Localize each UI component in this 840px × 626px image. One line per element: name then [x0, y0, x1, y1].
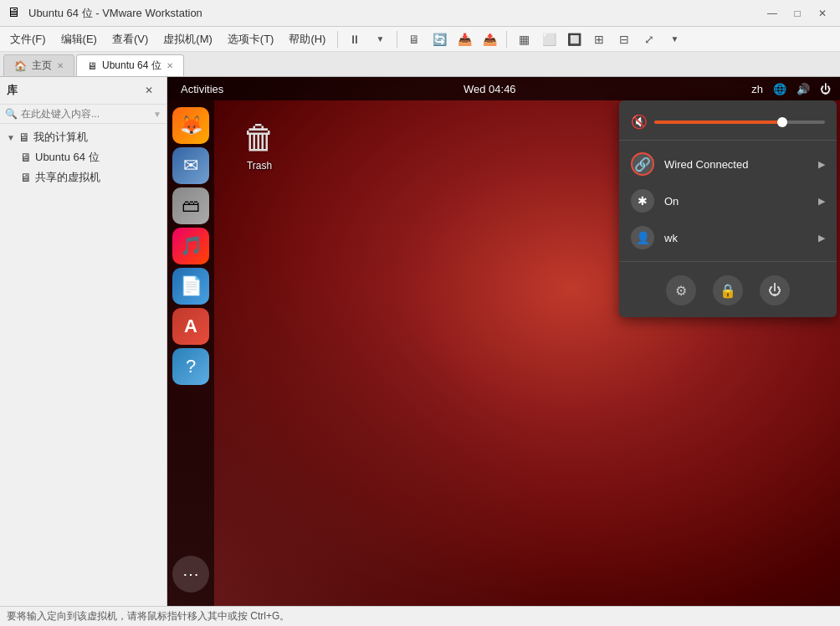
- menu-view[interactable]: 查看(V): [105, 28, 155, 50]
- ubuntu-clock: Wed 04:46: [230, 83, 749, 95]
- dock-software[interactable]: A: [172, 308, 209, 345]
- maximize-button[interactable]: □: [786, 5, 808, 22]
- sidebar-header: 库 ✕: [0, 77, 166, 105]
- sidebar-title: 库: [7, 83, 18, 98]
- volume-fill: [654, 121, 782, 124]
- volume-thumb: [777, 117, 787, 127]
- menu-vm[interactable]: 虚拟机(M): [156, 28, 219, 50]
- apps-grid-icon: ⋯: [182, 564, 199, 584]
- pause-button[interactable]: ⏸: [343, 29, 366, 49]
- wired-arrow-icon: ▶: [818, 159, 825, 170]
- wired-connection-item[interactable]: 🔗 Wired Connected ▶: [619, 146, 837, 182]
- tabsbar: 🏠 主页 ✕ 🖥 Ubuntu 64 位 ✕: [0, 52, 840, 77]
- bluetooth-icon: ✱: [631, 189, 654, 213]
- desktop-trash[interactable]: 🗑 Trash: [243, 119, 276, 172]
- tab-ubuntu[interactable]: 🖥 Ubuntu 64 位 ✕: [76, 54, 184, 76]
- writer-icon: 📄: [180, 275, 202, 297]
- help-icon: ?: [186, 356, 196, 377]
- menu-separator1: [619, 140, 837, 141]
- ubuntu-topbar: Activities Wed 04:46 zh 🌐 🔊 ⏻: [167, 77, 840, 100]
- toolbar-btn4[interactable]: 📤: [478, 29, 501, 49]
- tree-label-shared: 共享的虚拟机: [35, 170, 100, 185]
- toolbar-view2[interactable]: ⬜: [537, 29, 561, 49]
- settings-button[interactable]: ⚙: [666, 275, 696, 305]
- toolbar-btn3[interactable]: 📥: [453, 29, 476, 49]
- titlebar: 🖥 Ubuntu 64 位 - VMware Workstation — □ ✕: [0, 0, 840, 27]
- sidebar-close-button[interactable]: ✕: [138, 82, 160, 99]
- app-icon: 🖥: [7, 5, 23, 22]
- wired-label: Wired Connected: [664, 158, 808, 171]
- menu-edit[interactable]: 编辑(E): [54, 28, 104, 50]
- power-button[interactable]: ⏻: [760, 275, 790, 305]
- settings-icon: ⚙: [675, 283, 687, 299]
- toolbar-terminal[interactable]: ⊟: [612, 29, 636, 49]
- statusbar: 要将输入定向到该虚拟机，请将鼠标指针移入其中或按 Ctrl+G。: [0, 606, 840, 626]
- vm-icon: 🖥: [87, 60, 97, 72]
- toolbar-btn2[interactable]: 🔄: [428, 29, 451, 49]
- dock-files[interactable]: 🗃: [172, 187, 209, 224]
- toolbar-arrow[interactable]: ▼: [368, 29, 392, 49]
- window-controls: — □ ✕: [761, 5, 833, 22]
- toolbar-view1[interactable]: ▦: [512, 29, 535, 49]
- bluetooth-arrow-icon: ▶: [818, 196, 825, 207]
- system-menu-footer: ⚙ 🔒 ⏻: [619, 267, 837, 309]
- tree-label-ubuntu: Ubuntu 64 位: [35, 150, 100, 165]
- minimize-button[interactable]: —: [761, 5, 783, 22]
- bluetooth-label: On: [664, 195, 808, 208]
- close-button[interactable]: ✕: [812, 5, 833, 22]
- volume-mute-icon: 🔇: [631, 114, 648, 130]
- systray-network-icon[interactable]: 🌐: [771, 83, 789, 95]
- lock-icon: 🔒: [720, 283, 736, 299]
- systray-lang[interactable]: zh: [749, 83, 766, 95]
- titlebar-title: Ubuntu 64 位 - VMware Workstation: [28, 6, 761, 21]
- toolbar-separator: [337, 31, 338, 48]
- tree-label-mypc: 我的计算机: [33, 130, 88, 145]
- ubuntu-dock: 🦊 ✉ 🗃 🎵 📄 A ?: [167, 100, 214, 606]
- music-icon: 🎵: [180, 235, 202, 257]
- toolbar-fullscreen[interactable]: ⤢: [638, 29, 661, 49]
- search-dropdown-icon[interactable]: ▼: [153, 110, 161, 119]
- dock-music[interactable]: 🎵: [172, 228, 209, 264]
- systray-power-icon[interactable]: ⏻: [817, 83, 833, 95]
- sidebar-item-ubuntu[interactable]: 🖥 Ubuntu 64 位: [0, 147, 166, 167]
- dock-firefox[interactable]: 🦊: [172, 107, 209, 144]
- toolbar-separator2: [397, 31, 397, 48]
- toolbar-btn1[interactable]: 🖥: [402, 29, 426, 49]
- systray-volume-icon[interactable]: 🔊: [794, 83, 812, 95]
- ubuntu-desktop[interactable]: Activities Wed 04:46 zh 🌐 🔊 ⏻ 🦊 ✉: [167, 77, 840, 606]
- status-text: 要将输入定向到该虚拟机，请将鼠标指针移入其中或按 Ctrl+G。: [7, 609, 289, 623]
- dock-email[interactable]: ✉: [172, 147, 209, 184]
- dock-help[interactable]: ?: [172, 348, 209, 385]
- activities-button[interactable]: Activities: [174, 83, 230, 95]
- user-item[interactable]: 👤 wk ▶: [619, 219, 837, 256]
- firefox-icon: 🦊: [180, 115, 202, 136]
- sidebar: 库 ✕ 🔍 ▼ ▼ 🖥 我的计算机 🖥 Ubuntu 64 位 🖥 共享的虚拟机: [0, 77, 167, 606]
- toolbar-separator3: [506, 31, 507, 48]
- dock-writer[interactable]: 📄: [172, 268, 209, 305]
- home-tab-close[interactable]: ✕: [57, 61, 64, 70]
- menu-file[interactable]: 文件(F): [3, 28, 53, 50]
- main-area: 库 ✕ 🔍 ▼ ▼ 🖥 我的计算机 🖥 Ubuntu 64 位 🖥 共享的虚拟机: [0, 77, 840, 606]
- bluetooth-item[interactable]: ✱ On ▶: [619, 182, 837, 219]
- menu-help[interactable]: 帮助(H): [282, 28, 332, 50]
- volume-row: 🔇: [619, 109, 837, 135]
- vm-display[interactable]: Activities Wed 04:46 zh 🌐 🔊 ⏻ 🦊 ✉: [167, 77, 840, 606]
- user-label: wk: [664, 232, 808, 244]
- vm-tab-close[interactable]: ✕: [166, 61, 173, 70]
- sidebar-item-mypc[interactable]: ▼ 🖥 我的计算机: [0, 127, 166, 147]
- menubar: 文件(F) 编辑(E) 查看(V) 虚拟机(M) 选项卡(T) 帮助(H) ⏸ …: [0, 27, 840, 52]
- lock-button[interactable]: 🔒: [713, 275, 743, 305]
- power-icon: ⏻: [768, 283, 781, 298]
- toolbar-arrow2[interactable]: ▼: [663, 29, 686, 49]
- volume-slider[interactable]: [654, 121, 825, 124]
- home-tab-label: 主页: [32, 59, 52, 73]
- toolbar-view3[interactable]: 🔲: [562, 29, 586, 49]
- search-input[interactable]: [21, 108, 150, 120]
- show-apps-button[interactable]: ⋯: [172, 556, 209, 593]
- sidebar-item-shared[interactable]: 🖥 共享的虚拟机: [0, 167, 166, 187]
- network-icon: 🔗: [631, 152, 654, 176]
- menu-tabs[interactable]: 选项卡(T): [221, 28, 281, 50]
- tab-home[interactable]: 🏠 主页 ✕: [3, 54, 74, 76]
- vm-tab-label: Ubuntu 64 位: [102, 59, 161, 73]
- toolbar-view4[interactable]: ⊞: [587, 29, 611, 49]
